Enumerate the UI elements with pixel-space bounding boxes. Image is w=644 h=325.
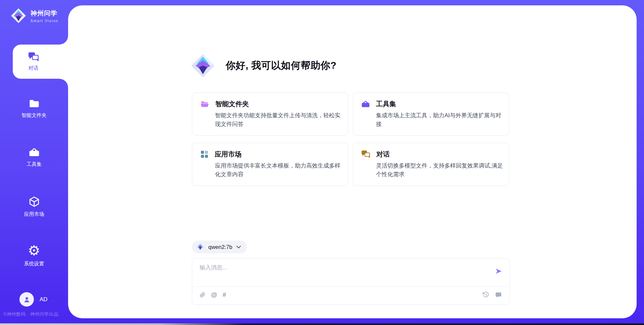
active-tab-top-fillet [59, 36, 68, 45]
app-grid-icon [200, 150, 209, 158]
card-title: 智能文件夹 [215, 100, 249, 109]
speech-bubble-icon [495, 291, 502, 299]
sidebar-item-label: 工具集 [26, 161, 42, 168]
assistant-logo-icon [190, 53, 216, 78]
history-icon [482, 291, 490, 299]
user-account[interactable]: AD [19, 292, 48, 307]
history-button[interactable] [482, 291, 490, 299]
message-composer: @ # [192, 258, 510, 305]
model-selector[interactable]: qwen2:7b [192, 241, 247, 253]
chevron-down-icon [236, 246, 241, 249]
card-description: 灵活切换多模型文件，支持多样回复效果调试,满足个性化需求 [376, 161, 504, 179]
topic-icon: # [223, 291, 226, 298]
bottom-screen-edge [0, 323, 644, 325]
model-logo-icon [196, 243, 204, 251]
brand-subtitle: Smart Vision [31, 19, 58, 23]
paperclip-icon [200, 291, 206, 299]
app-window: 神州问学 Smart Vision 对话 [0, 0, 644, 325]
card-toolset[interactable]: 工具集 集成市场上主流工具，助力AI与外界无缝扩展与对接 [353, 92, 509, 136]
chat-icon [361, 150, 370, 158]
send-icon [494, 268, 503, 275]
sidebar-footer-text: ©神州数码 · 神州问学出品 [3, 311, 58, 317]
mention-icon: @ [211, 291, 217, 298]
user-initials: AD [40, 296, 48, 303]
card-description: 集成市场上主流工具，助力AI与外界无缝扩展与对接 [376, 111, 504, 129]
gear-icon: ⚙ [28, 244, 40, 257]
card-title: 对话 [376, 150, 390, 159]
model-name: qwen2:7b [208, 244, 232, 250]
send-button[interactable] [494, 268, 503, 275]
chat-icon [28, 52, 39, 62]
sidebar-item-label: 对话 [29, 65, 39, 71]
sidebar-item-label: 智能文件夹 [21, 112, 47, 119]
feature-cards: 智能文件夹 智能文件夹功能支持批量文件上传与清洗，轻松实现文件问答 [192, 92, 509, 186]
toolbox-icon [361, 100, 370, 108]
sidebar-item-chat[interactable]: 对话 [13, 45, 69, 79]
sidebar-item-label: 应用市场 [24, 211, 44, 217]
brand: 神州问学 Smart Vision [10, 8, 58, 24]
main-panel: 你好, 我可以如何帮助你? 智能文件夹 智能文件夹功能支持批量文件上传与清洗，轻… [68, 5, 637, 318]
toolbox-icon [29, 147, 40, 157]
message-input[interactable] [200, 264, 488, 284]
card-title: 工具集 [376, 100, 396, 109]
card-description: 应用市场提供丰富长文本模板，助力高效生成多样化文章内容 [215, 161, 343, 179]
greeting-text: 你好, 我可以如何帮助你? [226, 59, 336, 72]
sidebar-item-toolset[interactable]: 工具集 [0, 147, 68, 168]
sidebar-item-label: 系统设置 [24, 261, 44, 267]
folder-open-icon [200, 100, 209, 108]
cube-icon [29, 196, 40, 207]
sidebar-item-app-market[interactable]: 应用市场 [0, 196, 68, 217]
person-icon [22, 295, 31, 304]
active-tab-bottom-fillet [59, 79, 68, 87]
card-app-market[interactable]: 应用市场 应用市场提供丰富长文本模板，助力高效生成多样化文章内容 [192, 143, 348, 186]
composer-tools-left: @ # [200, 291, 226, 299]
sidebar-item-settings[interactable]: ⚙ 系统设置 [0, 244, 68, 267]
mention-button[interactable]: @ [211, 291, 217, 299]
card-smart-folder[interactable]: 智能文件夹 智能文件夹功能支持批量文件上传与清洗，轻松实现文件问答 [192, 92, 348, 136]
topic-button[interactable]: # [223, 291, 226, 299]
brand-name: 神州问学 [31, 9, 58, 18]
card-description: 智能文件夹功能支持批量文件上传与清洗，轻松实现文件问答 [215, 111, 343, 129]
brand-logo-icon [10, 8, 26, 24]
feedback-button[interactable] [495, 291, 502, 299]
card-title: 应用市场 [215, 150, 241, 159]
folder-icon [29, 99, 40, 109]
composer-tools-right [482, 291, 502, 299]
card-chat[interactable]: 对话 灵活切换多模型文件，支持多样回复效果调试,满足个性化需求 [353, 143, 509, 186]
sidebar-item-smart-folder[interactable]: 智能文件夹 [0, 99, 68, 119]
composer-divider [192, 286, 509, 287]
avatar [19, 292, 34, 307]
greeting: 你好, 我可以如何帮助你? [190, 53, 336, 78]
attach-file-button[interactable] [200, 291, 206, 299]
